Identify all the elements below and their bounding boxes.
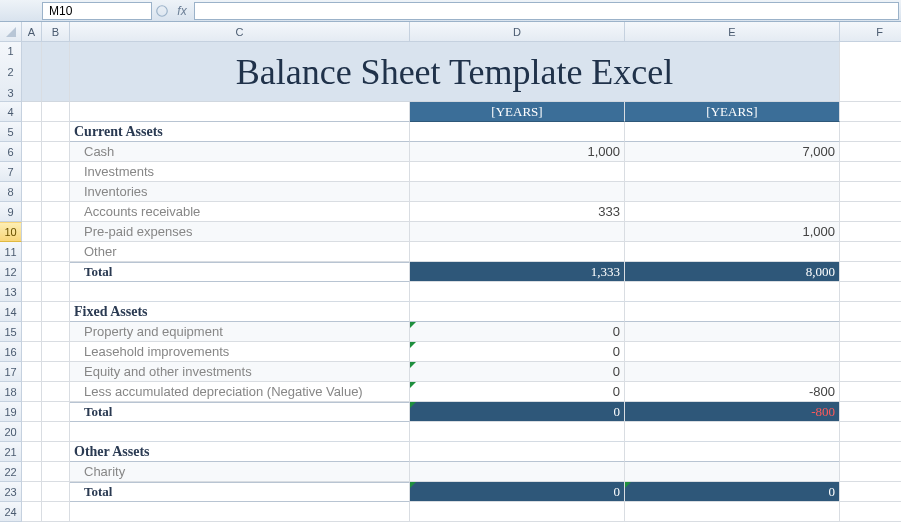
cell[interactable] [42, 302, 70, 322]
cell-value[interactable] [625, 462, 840, 482]
cell[interactable] [22, 182, 42, 202]
cell[interactable] [22, 262, 42, 282]
row-label[interactable]: Pre-paid expenses [70, 222, 410, 242]
cell[interactable] [625, 122, 840, 142]
row-hdr[interactable]: 24 [0, 502, 22, 522]
cell[interactable] [840, 382, 901, 402]
cell[interactable] [42, 342, 70, 362]
cell-value[interactable]: 0 [410, 322, 625, 342]
cell[interactable] [70, 282, 410, 302]
cell[interactable] [840, 422, 901, 442]
row-hdr[interactable]: 19 [0, 402, 22, 422]
cell-value[interactable] [625, 322, 840, 342]
cell[interactable] [840, 162, 901, 182]
cell[interactable] [840, 222, 901, 242]
cell[interactable] [410, 502, 625, 522]
cell[interactable] [840, 502, 901, 522]
cell-value[interactable]: 7,000 [625, 142, 840, 162]
row-label[interactable]: Investments [70, 162, 410, 182]
cell[interactable] [22, 422, 42, 442]
cell-value[interactable] [625, 162, 840, 182]
cell[interactable] [840, 262, 901, 282]
cell[interactable] [840, 282, 901, 302]
total-value-d[interactable]: 0 [410, 402, 625, 422]
cell[interactable] [42, 102, 70, 122]
cell[interactable] [22, 382, 42, 402]
cell[interactable] [625, 422, 840, 442]
row-hdr[interactable]: 8 [0, 182, 22, 202]
cell[interactable] [42, 182, 70, 202]
cell[interactable] [22, 502, 42, 522]
total-value-e[interactable]: -800 [625, 402, 840, 422]
cell[interactable] [42, 322, 70, 342]
cell[interactable] [70, 502, 410, 522]
row-hdr[interactable]: 7 [0, 162, 22, 182]
cell[interactable] [42, 262, 70, 282]
cell[interactable] [840, 342, 901, 362]
cell[interactable] [42, 42, 70, 102]
cell-value[interactable] [410, 462, 625, 482]
row-hdr-1-3[interactable]: 123 [0, 42, 22, 102]
cell[interactable] [22, 102, 42, 122]
spreadsheet-grid[interactable]: A B C D E F 123 Balance Sheet Template E… [0, 22, 901, 522]
cell-value[interactable] [410, 182, 625, 202]
cell[interactable] [625, 502, 840, 522]
cell-value[interactable]: 333 [410, 202, 625, 222]
cell[interactable] [22, 242, 42, 262]
row-label[interactable]: Other [70, 242, 410, 262]
row-hdr[interactable]: 4 [0, 102, 22, 122]
cell-value[interactable] [410, 162, 625, 182]
cell[interactable] [840, 462, 901, 482]
total-label[interactable]: Total [70, 482, 410, 502]
title-cell[interactable]: Balance Sheet Template Excel [70, 42, 840, 102]
cell[interactable] [840, 302, 901, 322]
cell[interactable] [22, 122, 42, 142]
row-label[interactable]: Accounts receivable [70, 202, 410, 222]
cell[interactable] [42, 402, 70, 422]
section-other-assets[interactable]: Other Assets [70, 442, 410, 462]
cell[interactable] [22, 202, 42, 222]
cell[interactable] [840, 42, 901, 102]
cell[interactable] [840, 202, 901, 222]
cell[interactable] [840, 242, 901, 262]
section-fixed-assets[interactable]: Fixed Assets [70, 302, 410, 322]
years-header-e[interactable]: [YEARS] [625, 102, 840, 122]
cell-value[interactable] [625, 182, 840, 202]
row-label[interactable]: Leasehold improvements [70, 342, 410, 362]
cell[interactable] [840, 122, 901, 142]
cell[interactable] [840, 442, 901, 462]
cell[interactable] [22, 222, 42, 242]
cell[interactable] [840, 182, 901, 202]
fx-cancel-button[interactable] [152, 2, 172, 20]
total-value-d[interactable]: 1,333 [410, 262, 625, 282]
row-hdr[interactable]: 23 [0, 482, 22, 502]
cell[interactable] [840, 322, 901, 342]
col-hdr-c[interactable]: C [70, 22, 410, 42]
cell[interactable] [22, 402, 42, 422]
row-hdr[interactable]: 22 [0, 462, 22, 482]
cell[interactable] [70, 102, 410, 122]
total-label[interactable]: Total [70, 262, 410, 282]
cell[interactable] [840, 482, 901, 502]
cell[interactable] [42, 442, 70, 462]
cell[interactable] [410, 122, 625, 142]
row-label[interactable]: Charity [70, 462, 410, 482]
cell-value[interactable]: 1,000 [410, 142, 625, 162]
cell-value[interactable]: -800 [625, 382, 840, 402]
row-hdr[interactable]: 6 [0, 142, 22, 162]
cell-value[interactable]: 0 [410, 362, 625, 382]
row-hdr[interactable]: 20 [0, 422, 22, 442]
col-hdr-d[interactable]: D [410, 22, 625, 42]
row-hdr[interactable]: 13 [0, 282, 22, 302]
cell[interactable] [42, 422, 70, 442]
row-hdr[interactable]: 12 [0, 262, 22, 282]
cell[interactable] [42, 382, 70, 402]
row-hdr[interactable]: 21 [0, 442, 22, 462]
cell[interactable] [22, 302, 42, 322]
row-hdr[interactable]: 11 [0, 242, 22, 262]
cell[interactable] [410, 442, 625, 462]
cell-value[interactable]: 0 [410, 382, 625, 402]
row-label[interactable]: Inventories [70, 182, 410, 202]
cell[interactable] [70, 422, 410, 442]
cell[interactable] [410, 302, 625, 322]
